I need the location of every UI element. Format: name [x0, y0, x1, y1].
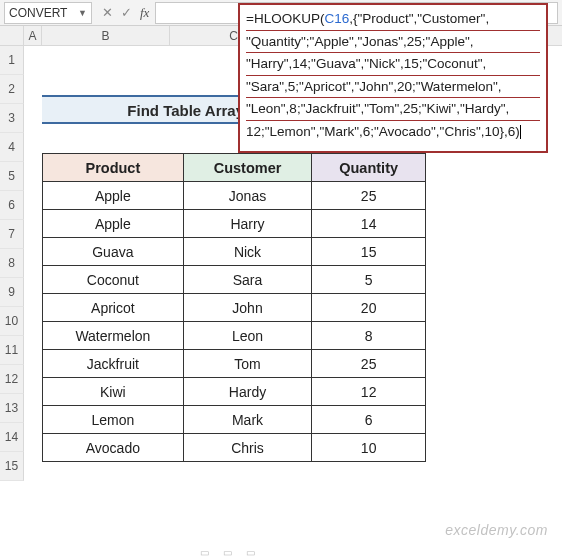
table-row[interactable]: LemonMark6 — [43, 406, 426, 434]
row-header[interactable]: 3 — [0, 104, 24, 133]
formula-seg: ,{"Product","Customer", — [349, 11, 489, 26]
formula-prefix: =HLOOKUP( — [246, 11, 324, 26]
row-header[interactable]: 12 — [0, 365, 24, 394]
row-header[interactable]: 11 — [0, 336, 24, 365]
control-icon[interactable]: ▭ — [200, 547, 209, 558]
formula-line: =HLOOKUP(C16,{"Product","Customer", — [246, 9, 540, 31]
row-header[interactable]: 5 — [0, 162, 24, 191]
table-cell-product[interactable]: Kiwi — [43, 378, 184, 406]
control-icon[interactable]: ▭ — [223, 547, 232, 558]
table-cell-customer[interactable]: John — [183, 294, 312, 322]
table-row[interactable]: CoconutSara5 — [43, 266, 426, 294]
formula-line: "Quantity";"Apple","Jonas",25;"Apple", — [246, 32, 540, 54]
table-cell-customer[interactable]: Hardy — [183, 378, 312, 406]
table-cell-customer[interactable]: Nick — [183, 238, 312, 266]
table-row[interactable]: AvocadoChris10 — [43, 434, 426, 462]
table-cell-quantity[interactable]: 25 — [312, 350, 426, 378]
row-header[interactable]: 4 — [0, 133, 24, 162]
table-cell-product[interactable]: Avocado — [43, 434, 184, 462]
table-cell-quantity[interactable]: 14 — [312, 210, 426, 238]
formula-line: "Harry",14;"Guava","Nick",15;"Coconut", — [246, 54, 540, 76]
data-table: Product Customer Quantity AppleJonas25Ap… — [42, 153, 426, 462]
formula-overlay[interactable]: =HLOOKUP(C16,{"Product","Customer", "Qua… — [238, 3, 548, 153]
table-cell-quantity[interactable]: 10 — [312, 434, 426, 462]
table-cell-product[interactable]: Coconut — [43, 266, 184, 294]
row-header[interactable]: 13 — [0, 394, 24, 423]
table-cell-customer[interactable]: Jonas — [183, 182, 312, 210]
header-customer[interactable]: Customer — [183, 154, 312, 182]
formula-cellref: C16 — [324, 11, 349, 26]
table-cell-quantity[interactable]: 20 — [312, 294, 426, 322]
table-row[interactable]: ApricotJohn20 — [43, 294, 426, 322]
row-header[interactable]: 7 — [0, 220, 24, 249]
cancel-icon[interactable]: ✕ — [102, 5, 113, 20]
table-cell-quantity[interactable]: 12 — [312, 378, 426, 406]
table-cell-product[interactable]: Guava — [43, 238, 184, 266]
formula-line: "Sara",5;"Apricot","John",20;"Watermelon… — [246, 77, 540, 99]
table-cell-customer[interactable]: Chris — [183, 434, 312, 462]
row-header[interactable]: 14 — [0, 423, 24, 452]
name-box-value: CONVERT — [9, 6, 78, 20]
table-cell-quantity[interactable]: 25 — [312, 182, 426, 210]
table-cell-product[interactable]: Lemon — [43, 406, 184, 434]
table-row[interactable]: GuavaNick15 — [43, 238, 426, 266]
table-cell-customer[interactable]: Mark — [183, 406, 312, 434]
row-header[interactable]: 2 — [0, 75, 24, 104]
row-header[interactable]: 9 — [0, 278, 24, 307]
table-row[interactable]: JackfruitTom25 — [43, 350, 426, 378]
col-header[interactable]: A — [24, 26, 42, 45]
select-all-cell[interactable] — [0, 26, 24, 45]
table-cell-product[interactable]: Apple — [43, 210, 184, 238]
table-cell-customer[interactable]: Tom — [183, 350, 312, 378]
formula-line: 12;"Lemon","Mark",6;"Avocado","Chris",10… — [246, 122, 540, 143]
row-header[interactable]: 10 — [0, 307, 24, 336]
fx-icon[interactable]: fx — [140, 5, 149, 21]
table-row[interactable]: WatermelonLeon8 — [43, 322, 426, 350]
table-cell-quantity[interactable]: 6 — [312, 406, 426, 434]
table-cell-customer[interactable]: Leon — [183, 322, 312, 350]
sheet-tab-controls: ▭ ▭ ▭ — [200, 547, 255, 558]
control-icon[interactable]: ▭ — [246, 547, 255, 558]
name-box[interactable]: CONVERT ▼ — [4, 2, 92, 24]
table-row[interactable]: KiwiHardy12 — [43, 378, 426, 406]
table-cell-quantity[interactable]: 8 — [312, 322, 426, 350]
table-cell-product[interactable]: Apricot — [43, 294, 184, 322]
formula-controls: ✕ ✓ fx — [96, 0, 155, 25]
table-cell-quantity[interactable]: 5 — [312, 266, 426, 294]
table-cell-product[interactable]: Watermelon — [43, 322, 184, 350]
table-header-row: Product Customer Quantity — [43, 154, 426, 182]
table-cell-customer[interactable]: Sara — [183, 266, 312, 294]
confirm-icon[interactable]: ✓ — [121, 5, 132, 20]
chevron-down-icon[interactable]: ▼ — [78, 8, 87, 18]
row-header[interactable]: 8 — [0, 249, 24, 278]
table-row[interactable]: AppleHarry14 — [43, 210, 426, 238]
watermark: exceldemy.com — [445, 522, 548, 538]
table-row[interactable]: AppleJonas25 — [43, 182, 426, 210]
header-product[interactable]: Product — [43, 154, 184, 182]
row-header[interactable]: 15 — [0, 452, 24, 481]
table-cell-quantity[interactable]: 15 — [312, 238, 426, 266]
col-header[interactable]: B — [42, 26, 170, 45]
header-quantity[interactable]: Quantity — [312, 154, 426, 182]
formula-seg: 12;"Lemon","Mark",6;"Avocado","Chris",10… — [246, 124, 520, 139]
row-header[interactable]: 6 — [0, 191, 24, 220]
formula-line: "Leon",8;"Jackfruit","Tom",25;"Kiwi","Ha… — [246, 99, 540, 121]
row-header[interactable]: 1 — [0, 46, 24, 75]
table-cell-product[interactable]: Jackfruit — [43, 350, 184, 378]
text-cursor — [520, 125, 521, 139]
table-cell-customer[interactable]: Harry — [183, 210, 312, 238]
table-cell-product[interactable]: Apple — [43, 182, 184, 210]
